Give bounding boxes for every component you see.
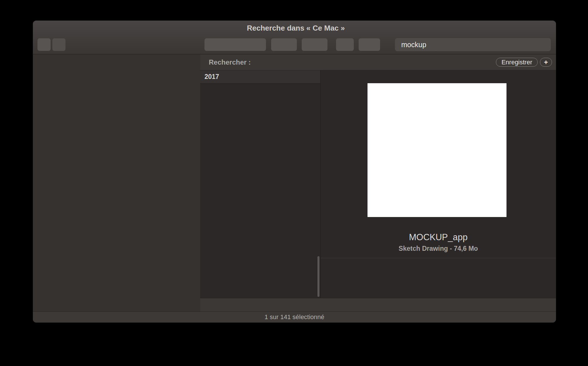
desktop: Recherche dans « Ce Mac » mockup [0,0,588,366]
path-bar [200,298,556,311]
status-text: 1 sur 141 sélectionné [265,313,324,321]
status-bar: 1 sur 141 sélectionné [33,311,556,323]
list-scrollbar[interactable] [317,256,319,297]
share-button[interactable] [336,38,354,51]
search-field[interactable]: mockup [395,38,551,51]
search-scope-label: Rechercher : [209,58,251,66]
window-title: Recherche dans « Ce Mac » [247,24,345,33]
main-panes: 2017 MOCKUP_app Sketch Drawing - 74,6 Mo [200,70,556,298]
window-title-group: Recherche dans « Ce Mac » [33,21,556,35]
search-scope-bar: Rechercher : Enregistrer + [200,54,556,70]
window-chrome: Recherche dans « Ce Mac » mockup [33,21,556,54]
preview-divider [321,258,556,258]
back-button[interactable] [37,38,51,51]
tag-button[interactable] [359,38,380,51]
add-criteria-button[interactable]: + [540,58,552,67]
window-body: Rechercher : Enregistrer + 2017 [33,54,556,311]
grouping-button[interactable] [271,38,297,51]
view-mode-switcher [204,38,266,51]
scope-bar-actions: Enregistrer + [496,58,552,67]
preview-title: MOCKUP_app [321,232,556,242]
preview-subtitle: Sketch Drawing - 74,6 Mo [321,245,556,252]
action-menu-button[interactable] [302,38,327,51]
search-value: mockup [401,41,426,49]
content-area: Rechercher : Enregistrer + 2017 [200,54,556,311]
finder-window: Recherche dans « Ce Mac » mockup [33,21,556,323]
file-list-column: 2017 [200,70,320,298]
group-header-label: 2017 [204,73,219,81]
title-bar[interactable]: Recherche dans « Ce Mac » [33,21,556,35]
sidebar [33,54,200,311]
forward-button[interactable] [52,38,65,51]
preview-pane: MOCKUP_app Sketch Drawing - 74,6 Mo [321,70,556,298]
toolbar: mockup [33,35,556,54]
save-search-button[interactable]: Enregistrer [496,58,538,67]
list-group-header: 2017 [200,70,320,83]
preview-image [368,83,506,217]
